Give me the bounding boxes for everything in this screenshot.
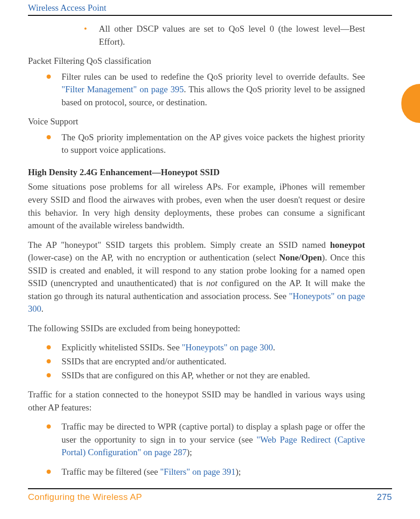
hp2-ital: not — [206, 278, 217, 288]
traf-wpr-post: ); — [186, 447, 192, 457]
bullet-dscp-text: All other DSCP values are set to QoS lev… — [99, 24, 365, 47]
hp2-bold1: honeypot — [330, 240, 365, 250]
bullet-voice: The QoS priority implementation on the A… — [28, 131, 365, 157]
bullet-traffic-wpr: Traffic may be directed to WPR (captive … — [28, 420, 365, 459]
bullet-traffic-filter: Traffic may be filtered (see "Filters" o… — [28, 465, 365, 478]
footer-section-title: Configuring the Wireless AP — [28, 492, 142, 502]
hp2-b: (lower-case) on the AP, with no encrypti… — [28, 253, 279, 262]
subhead-voice-support: Voice Support — [28, 115, 365, 128]
subhead-packet-filtering: Packet Filtering QoS classification — [28, 55, 365, 68]
top-rule — [28, 15, 392, 16]
traf-filter-pre: Traffic may be filtered (see — [62, 467, 160, 477]
bullet-excl-configured: SSIDs that are configured on this AP, wh… — [28, 369, 365, 382]
para-honeypot-2: The AP "honeypot" SSID targets this prob… — [28, 239, 365, 315]
hp2-bold2: None/Open — [279, 253, 322, 262]
bottom-rule — [28, 488, 392, 489]
para-excluded-intro: The following SSIDs are excluded from be… — [28, 322, 365, 335]
traf-filter-post: ); — [235, 467, 241, 477]
link-filter-management[interactable]: "Filter Management" on page 395 — [62, 84, 184, 94]
bullet-excl-encrypted: SSIDs that are encrypted and/or authenti… — [28, 355, 365, 368]
running-head: Wireless Access Point — [28, 0, 392, 15]
link-filters[interactable]: "Filters" on page 391 — [160, 467, 236, 477]
para-traffic-intro: Traffic for a station connected to the h… — [28, 388, 365, 414]
excl-white-post: . — [273, 342, 275, 352]
hp2-e: . — [41, 304, 44, 314]
bullet-filter-rules: Filter rules can be used to redefine the… — [28, 70, 365, 109]
para-honeypot-1: Some situations pose problems for all wi… — [28, 180, 365, 232]
bullet-excl-whitelist: Explicitly whitelisted SSIDs. See "Honey… — [28, 341, 365, 354]
hp2-a: The AP "honeypot" SSID targets this prob… — [28, 240, 330, 250]
page-edge-tab — [401, 84, 420, 123]
link-honeypots-2[interactable]: "Honeypots" on page 300 — [182, 342, 273, 352]
page-number: 275 — [377, 492, 392, 502]
heading-honeypot: High Density 2.4G Enhancement—Honeypot S… — [28, 166, 365, 179]
bullet-filter-pre: Filter rules can be used to redefine the… — [62, 72, 365, 82]
bullet-dscp-level0: All other DSCP values are set to QoS lev… — [28, 22, 365, 48]
excl-white-pre: Explicitly whitelisted SSIDs. See — [62, 342, 182, 352]
